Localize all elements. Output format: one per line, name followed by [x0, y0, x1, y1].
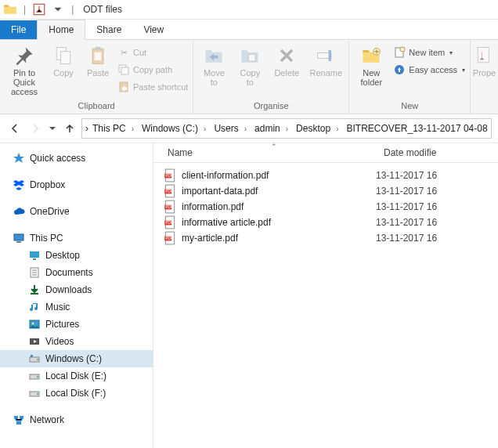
copy-button[interactable]: Copy [49, 42, 78, 78]
pictures-icon [28, 318, 41, 331]
file-date: 13-11-2017 16 [376, 186, 437, 197]
sidebar-music[interactable]: Music [0, 298, 153, 316]
chevron-right-icon[interactable]: › [244, 125, 247, 133]
file-row[interactable]: PDFmy-article.pdf13-11-2017 16 [153, 230, 498, 246]
sidebar-documents[interactable]: Documents [0, 264, 153, 281]
paste-shortcut-icon [117, 81, 130, 93]
copy-to-button[interactable]: Copy to [234, 42, 265, 87]
new-folder-button[interactable]: New folder [354, 42, 388, 87]
group-label: New [401, 101, 418, 112]
column-date[interactable]: Date modifie [379, 147, 498, 158]
move-to-button[interactable]: Move to [198, 42, 229, 87]
column-name[interactable]: Name [153, 147, 379, 158]
cut-button[interactable]: ✂ Cut [117, 45, 188, 60]
label: Prope [473, 68, 496, 78]
paste-shortcut-button[interactable]: Paste shortcut [117, 79, 188, 95]
breadcrumb-segment[interactable]: BITRECOVER_13-11-2017 04-08› [342, 123, 492, 134]
svg-rect-5 [95, 52, 102, 61]
properties-qat-icon[interactable] [32, 2, 46, 16]
desktop-icon [28, 249, 41, 262]
pdf-icon: PDF [163, 185, 177, 197]
breadcrumb-segment[interactable]: admin› [251, 123, 292, 134]
sidebar-e-drive[interactable]: Local Disk (E:) [0, 367, 153, 385]
svg-text:PDF: PDF [165, 237, 172, 240]
label: Pictures [45, 319, 79, 330]
drive-icon [28, 352, 41, 365]
label: Copy to [240, 68, 260, 87]
breadcrumb-segment[interactable]: Desktop› [292, 123, 342, 134]
breadcrumb-label: This PC [92, 123, 126, 134]
breadcrumb-segment[interactable]: This PC› [88, 123, 138, 134]
easy-access-button[interactable]: Easy access ▾ [393, 62, 465, 78]
breadcrumb-label: admin [254, 123, 280, 134]
breadcrumb[interactable]: › This PC›Windows (C:)›Users›admin›Deskt… [81, 118, 492, 139]
sidebar-network[interactable]: Network [0, 411, 153, 428]
sidebar-downloads[interactable]: Downloads [0, 281, 153, 298]
sidebar-pictures[interactable]: Pictures [0, 316, 153, 333]
label: Music [45, 302, 70, 313]
file-name: client-information.pdf [182, 170, 376, 181]
chevron-down-icon: ▾ [462, 67, 465, 74]
qat-dropdown-icon[interactable] [51, 2, 65, 16]
label: Move to [204, 68, 225, 87]
window-title: ODT files [83, 4, 122, 15]
title-bar: | | ODT files [0, 0, 498, 20]
paste-button[interactable]: Paste [83, 42, 113, 78]
label: Desktop [45, 250, 80, 261]
breadcrumb-segment[interactable]: Users› [210, 123, 251, 134]
pdf-icon: PDF [163, 232, 177, 244]
file-date: 13-11-2017 16 [376, 201, 437, 212]
chevron-right-icon[interactable]: › [132, 125, 134, 133]
navigation-pane: Quick access Dropbox OneDrive This PC De… [0, 143, 153, 448]
up-button[interactable] [61, 120, 78, 137]
file-row[interactable]: PDFinformation.pdf13-11-2017 16 [153, 199, 498, 215]
star-icon [13, 152, 25, 164]
group-organise: Move to Copy to Delete Rename Organise [193, 40, 349, 114]
sidebar-f-drive[interactable]: Local Disk (F:) [0, 385, 153, 402]
forward-button[interactable] [27, 120, 44, 137]
tab-home[interactable]: Home [37, 20, 85, 40]
label: Copy path [133, 65, 172, 74]
breadcrumb-segment[interactable]: Windows (C:)› [138, 123, 210, 134]
file-list-pane: ⌃ Name Date modifie PDFclient-informatio… [153, 143, 498, 448]
svg-rect-20 [33, 258, 36, 260]
new-item-button[interactable]: New item ▾ [393, 45, 465, 60]
sidebar-this-pc[interactable]: This PC [0, 229, 153, 247]
tab-view[interactable]: View [132, 20, 175, 39]
copy-path-button[interactable]: Copy path [117, 62, 188, 78]
pdf-icon: PDF [163, 201, 177, 213]
label: OneDrive [30, 206, 70, 217]
sidebar-dropbox[interactable]: Dropbox [0, 176, 153, 193]
sidebar-quick-access[interactable]: Quick access [0, 150, 153, 167]
delete-button[interactable]: Delete [270, 42, 303, 78]
group-label: Organise [254, 101, 289, 112]
ribbon: Pin to Quick access Copy Paste ✂ Cut Cop… [0, 40, 498, 114]
file-row[interactable]: PDFinformative article.pdf13-11-2017 16 [153, 215, 498, 230]
chevron-right-icon[interactable]: › [286, 125, 288, 133]
sidebar-onedrive[interactable]: OneDrive [0, 203, 153, 220]
rename-button[interactable]: Rename [308, 42, 344, 78]
chevron-right-icon[interactable]: › [336, 125, 338, 133]
documents-icon [28, 266, 41, 279]
pin-quick-access-button[interactable]: Pin to Quick access [5, 42, 44, 96]
pdf-icon: PDF [163, 216, 177, 229]
properties-button[interactable]: Prope [471, 42, 498, 78]
svg-rect-2 [61, 52, 70, 64]
chevron-right-icon[interactable]: › [204, 125, 206, 133]
file-row[interactable]: PDFimportant-data.pdf13-11-2017 16 [153, 183, 498, 199]
label: Paste shortcut [133, 82, 188, 92]
copy-path-icon [117, 63, 130, 76]
back-button[interactable] [6, 120, 23, 137]
file-name: informative article.pdf [182, 217, 376, 228]
svg-point-29 [37, 376, 38, 378]
sidebar-c-drive[interactable]: Windows (C:) [0, 350, 153, 367]
svg-text:PDF: PDF [165, 190, 172, 193]
file-row[interactable]: PDFclient-information.pdf13-11-2017 16 [153, 168, 498, 183]
cloud-icon [13, 205, 25, 218]
sidebar-videos[interactable]: Videos [0, 333, 153, 350]
tab-file[interactable]: File [0, 20, 37, 39]
tab-share[interactable]: Share [85, 20, 132, 39]
sidebar-desktop[interactable]: Desktop [0, 247, 153, 264]
recent-dropdown[interactable] [47, 120, 58, 137]
svg-rect-7 [121, 67, 128, 74]
